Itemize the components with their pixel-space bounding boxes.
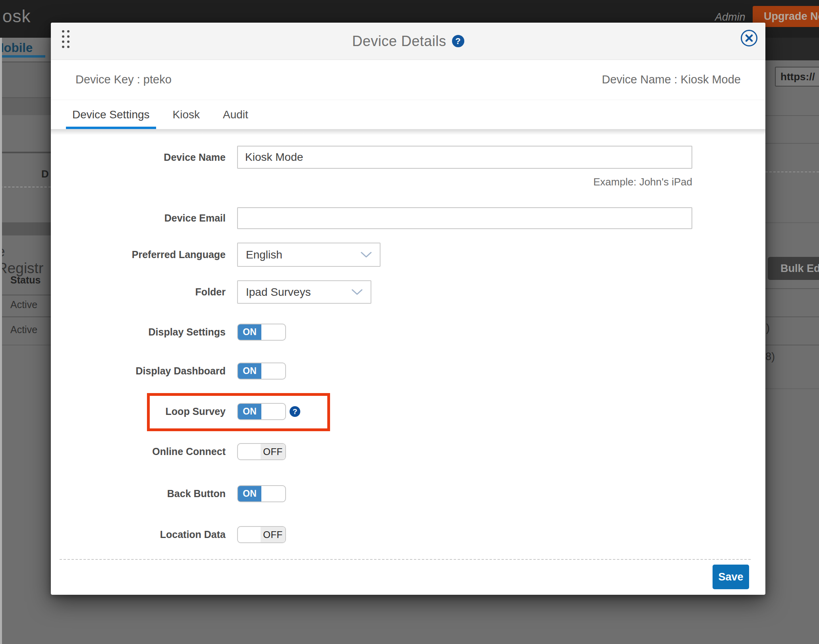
device-key-row: Device Key : pteko Device Name : Kiosk M… [51, 60, 765, 100]
modal-title: Device Details [352, 33, 446, 50]
table-cell-partial: ) [766, 322, 770, 334]
page-edge-highlight [0, 38, 2, 644]
status-cell: Active [10, 324, 37, 335]
device-details-modal: Device Details ? Device Key : pteko Devi… [51, 23, 765, 595]
modal-header: Device Details ? [51, 23, 765, 60]
mobile-tab-band: Mobile [0, 38, 51, 62]
close-icon[interactable] [741, 30, 757, 46]
online-connect-label: Online Connect [51, 443, 226, 460]
loop-survey-label: Loop Survey [51, 403, 226, 420]
device-email-input[interactable] [237, 207, 692, 229]
toggle-state-text: ON [238, 363, 261, 379]
mobile-tab[interactable]: Mobile [0, 41, 33, 55]
device-key-text: Device Key : pteko [75, 73, 172, 86]
close-x-glyph [745, 34, 753, 42]
app-logo-partial: osk [2, 6, 31, 26]
folder-value: Ipad Surveys [246, 286, 311, 299]
background-band [0, 222, 51, 235]
table-row-divider [765, 316, 819, 317]
divider [765, 143, 819, 144]
table-row-divider [765, 345, 819, 345]
toggle-state-text: OFF [261, 444, 285, 459]
table-row-divider [765, 288, 819, 289]
tab-audit[interactable]: Audit [216, 100, 255, 129]
toggle-state-text: ON [238, 324, 261, 340]
device-name-text: Device Name : Kiosk Mode [602, 73, 741, 86]
back-button-toggle[interactable]: ON [237, 485, 286, 502]
background-dark-block [765, 38, 819, 60]
location-data-toggle[interactable]: OFF [237, 526, 286, 543]
chevron-down-icon [352, 289, 363, 295]
mobile-tab-underline [0, 55, 45, 58]
divider [765, 222, 819, 223]
preferred-language-select[interactable]: English [237, 243, 381, 267]
chevron-down-icon [361, 252, 372, 258]
toggle-state-text: ON [238, 486, 261, 501]
online-connect-toggle[interactable]: OFF [237, 443, 286, 460]
table-row-divider [765, 388, 819, 389]
display-dashboard-toggle[interactable]: ON [237, 362, 286, 380]
title-help-icon[interactable]: ? [452, 35, 464, 47]
preferred-language-value: English [246, 249, 282, 261]
toggle-state-text: OFF [261, 527, 285, 542]
admin-link[interactable]: Admin [715, 11, 746, 23]
status-column-header: Status [10, 274, 41, 286]
kiosk-url-field[interactable]: https:// [775, 67, 819, 87]
table-cell-partial: 8) [765, 351, 775, 363]
display-dashboard-label: Display Dashboard [51, 362, 226, 380]
background-page-right: https:// Bulk Edit ) 8) [765, 38, 819, 644]
folder-select[interactable]: Ipad Surveys [237, 280, 371, 304]
device-name-input[interactable] [237, 146, 692, 169]
dashed-divider [0, 187, 51, 187]
back-button-label: Back Button [51, 485, 226, 502]
partial-form-label: D [41, 168, 49, 180]
divider [765, 115, 819, 116]
table-row-divider [0, 295, 51, 295]
modal-tabs: Device Settings Kiosk Audit [51, 100, 765, 129]
loop-survey-toggle[interactable]: ON [237, 403, 286, 420]
table-row-divider [0, 316, 51, 317]
background-band [0, 62, 51, 97]
background-page-left: Mobile D e Registr Status Active Active [0, 38, 51, 644]
preferred-language-label: Preferred Language [51, 243, 226, 267]
device-name-hint: Example: John's iPad [237, 176, 692, 188]
background-band [0, 98, 51, 115]
location-data-label: Location Data [51, 526, 226, 543]
status-cell: Active [10, 299, 37, 310]
save-button[interactable]: Save [713, 565, 749, 589]
device-name-label: Device Name [51, 146, 226, 169]
device-email-label: Device Email [51, 207, 226, 229]
loop-survey-help-icon[interactable]: ? [290, 406, 300, 417]
bulk-edit-button[interactable]: Bulk Edit [768, 257, 819, 280]
tab-device-settings[interactable]: Device Settings [66, 100, 156, 129]
footer-dashed-divider [60, 559, 751, 560]
folder-label: Folder [51, 280, 226, 304]
dashed-divider [765, 172, 819, 172]
toggle-state-text: ON [238, 404, 261, 419]
registrations-heading-partial: e Registr [0, 243, 51, 277]
display-settings-toggle[interactable]: ON [237, 324, 286, 341]
display-settings-label: Display Settings [51, 324, 226, 341]
tab-kiosk[interactable]: Kiosk [166, 100, 206, 129]
divider [0, 152, 51, 153]
table-row-divider [0, 345, 51, 345]
